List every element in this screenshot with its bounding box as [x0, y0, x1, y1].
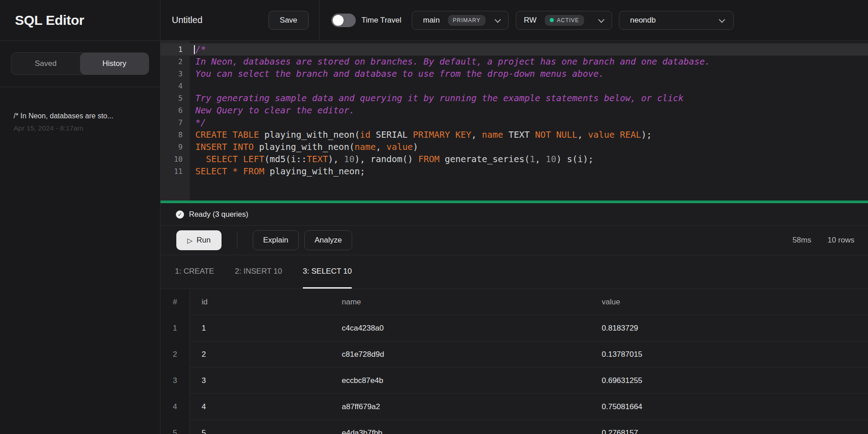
table-row: 55e4da3b7fbb0.2768157 — [160, 420, 868, 434]
time-travel-toggle[interactable] — [331, 14, 356, 27]
time-travel-label: Time Travel — [362, 16, 401, 25]
run-button[interactable]: ▷ Run — [176, 230, 222, 250]
compute-active-badge: ACTIVE — [545, 15, 584, 26]
line-number: 1 — [160, 43, 190, 56]
table-cell: 0.2768157 — [590, 429, 868, 434]
table-cell: 2 — [190, 350, 330, 359]
column-header: # — [160, 289, 190, 315]
actions-divider — [237, 232, 237, 249]
table-cell: 1 — [190, 324, 330, 333]
history-list-item[interactable]: /* In Neon, databases are sto... Apr 15,… — [0, 87, 160, 132]
column-header: value — [590, 298, 868, 307]
code-line[interactable]: 6New Query to clear the editor. — [160, 104, 868, 117]
table-cell: a87ff679a2 — [330, 402, 590, 411]
actions-bar: ▷ Run Explain Analyze 58ms 10 rows — [160, 226, 868, 255]
topbar: Untitled Save Time Travel main PRIMARY R… — [160, 0, 868, 41]
line-number: 6 — [160, 104, 190, 117]
table-cell: 0.13787015 — [590, 350, 868, 359]
code-text: You can select the branch and database t… — [190, 68, 604, 80]
query-duration: 58ms — [793, 236, 811, 245]
table-cell: c81e728d9d — [330, 350, 590, 359]
code-line[interactable]: 4 — [160, 80, 868, 92]
code-text: Try generating sample data and querying … — [190, 92, 684, 104]
table-cell: 0.75081664 — [590, 402, 868, 411]
active-status-dot-icon — [550, 18, 554, 22]
code-line[interactable]: 2In Neon, databases are stored on branch… — [160, 56, 868, 68]
code-line[interactable]: 11SELECT * FROM playing_with_neon; — [160, 165, 868, 177]
line-number: 4 — [160, 80, 190, 92]
table-cell: e4da3b7fbb — [330, 429, 590, 434]
query-title[interactable]: Untitled — [172, 15, 203, 25]
sql-editor-app: SQL Editor Saved History /* In Neon, dat… — [0, 0, 868, 434]
database-name: neondb — [630, 16, 656, 25]
page-title: SQL Editor — [15, 13, 84, 28]
compute-name: RW — [524, 16, 537, 25]
database-selector[interactable]: neondb — [619, 11, 734, 30]
code-line[interactable]: 5Try generating sample data and querying… — [160, 92, 868, 104]
table-cell: 5 — [190, 429, 330, 434]
chevron-down-icon — [598, 16, 604, 23]
table-row: 11c4ca4238a00.8183729 — [160, 315, 868, 341]
line-number: 8 — [160, 129, 190, 141]
sidebar: SQL Editor Saved History /* In Neon, dat… — [0, 0, 160, 434]
code-text: /* — [190, 43, 206, 56]
result-tab[interactable]: 1: CREATE — [175, 255, 214, 289]
code-lines: 1/*2In Neon, databases are stored on bra… — [160, 41, 868, 177]
row-index-cell: 3 — [160, 368, 190, 394]
code-text: New Query to clear the editor. — [190, 104, 354, 117]
status-text: Ready (3 queries) — [189, 210, 248, 219]
line-number: 3 — [160, 68, 190, 80]
row-index-cell: 4 — [160, 394, 190, 420]
save-button[interactable]: Save — [269, 11, 309, 30]
code-line[interactable]: 7*/ — [160, 117, 868, 129]
branch-selector[interactable]: main PRIMARY — [412, 11, 509, 30]
line-number: 10 — [160, 153, 190, 165]
table-cell: 0.69631255 — [590, 376, 868, 385]
saved-history-segmented-control: Saved History — [11, 52, 149, 75]
result-tab[interactable]: 3: SELECT 10 — [303, 255, 352, 289]
code-text: INSERT INTO playing_with_neon(name, valu… — [190, 141, 418, 153]
code-line[interactable]: 8CREATE TABLE playing_with_neon(id SERIA… — [160, 129, 868, 141]
result-tabs: 1: CREATE2: INSERT 103: SELECT 10 — [160, 255, 868, 289]
chevron-down-icon — [495, 16, 501, 23]
analyze-button[interactable]: Analyze — [304, 230, 352, 250]
query-metrics: 58ms 10 rows — [793, 236, 854, 245]
code-text: SELECT * FROM playing_with_neon; — [190, 165, 365, 177]
tab-saved[interactable]: Saved — [11, 53, 80, 75]
code-text: */ — [190, 117, 206, 129]
table-row: 33eccbc87e4b0.69631255 — [160, 368, 868, 394]
code-line[interactable]: 3You can select the branch and database … — [160, 68, 868, 80]
sidebar-header: SQL Editor — [0, 0, 160, 41]
ready-check-icon: ✓ — [176, 210, 184, 219]
history-item-preview: /* In Neon, databases are sto... — [14, 112, 151, 120]
row-index-cell: 2 — [160, 341, 190, 368]
code-line[interactable]: 1/* — [160, 43, 868, 56]
result-tab[interactable]: 2: INSERT 10 — [235, 255, 282, 289]
sidebar-tabs-section: Saved History — [0, 41, 160, 87]
code-text — [190, 80, 195, 92]
row-index-cell: 5 — [160, 420, 190, 434]
line-number: 2 — [160, 56, 190, 68]
line-number: 7 — [160, 117, 190, 129]
table-row: 22c81e728d9d0.13787015 — [160, 341, 868, 368]
query-row-count: 10 rows — [827, 236, 854, 245]
table-header-row: #idnamevalue — [160, 289, 868, 315]
tab-history[interactable]: History — [80, 53, 149, 75]
line-number: 5 — [160, 92, 190, 104]
code-line[interactable]: 10 SELECT LEFT(md5(i::TEXT), 10), random… — [160, 153, 868, 165]
code-text: CREATE TABLE playing_with_neon(id SERIAL… — [190, 129, 652, 141]
code-editor[interactable]: 1/*2In Neon, databases are stored on bra… — [160, 41, 868, 201]
text-cursor — [194, 45, 195, 54]
line-number: 11 — [160, 165, 190, 177]
table-cell: 0.8183729 — [590, 324, 868, 333]
column-header: name — [330, 298, 590, 307]
compute-active-label: ACTIVE — [557, 17, 579, 23]
status-bar: ✓ Ready (3 queries) — [160, 203, 868, 226]
table-cell: 3 — [190, 376, 330, 385]
result-table: #idnamevalue11c4ca4238a00.818372922c81e7… — [160, 289, 868, 434]
compute-selector[interactable]: RW ACTIVE — [516, 11, 612, 30]
chevron-down-icon — [719, 16, 725, 23]
code-line[interactable]: 9INSERT INTO playing_with_neon(name, val… — [160, 141, 868, 153]
table-cell: eccbc87e4b — [330, 376, 590, 385]
explain-button[interactable]: Explain — [253, 230, 299, 250]
